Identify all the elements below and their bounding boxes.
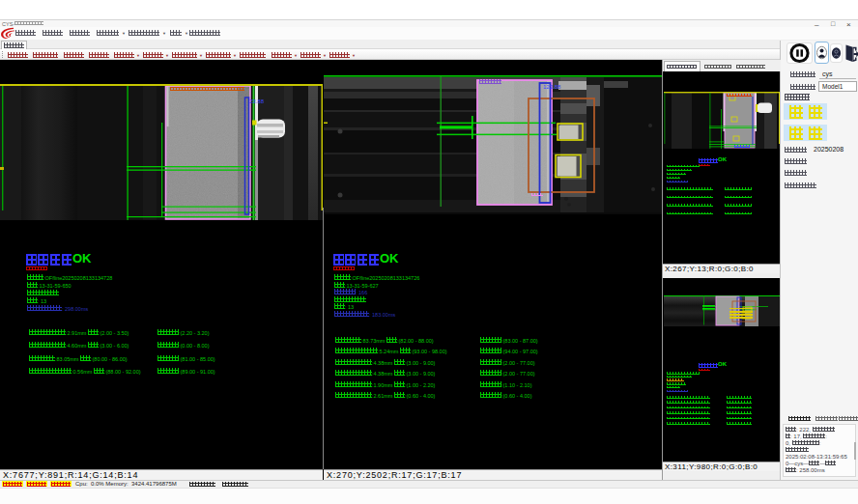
svg-text:23.88: 23.88 xyxy=(249,98,265,104)
svg-text:123.88: 123.88 xyxy=(543,84,561,90)
